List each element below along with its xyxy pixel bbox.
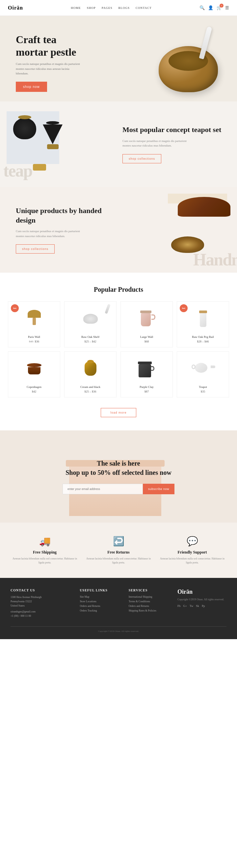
footer-link[interactable]: Site Map bbox=[80, 595, 121, 598]
hero-cta-button[interactable]: shop now bbox=[16, 82, 47, 92]
pestle-mini bbox=[105, 304, 111, 314]
product-name: Cream and black bbox=[68, 385, 112, 389]
footer-address: 1300 Hess Avenue PittsburghPennsylvania … bbox=[10, 595, 72, 608]
product-name: Purple Clay bbox=[125, 385, 169, 389]
footer-link[interactable]: International Shipping bbox=[129, 595, 170, 598]
sale-section: The sale is here Shop up to 50% off sele… bbox=[0, 430, 237, 523]
footer-link[interactable]: Orders Tracking bbox=[80, 609, 121, 612]
nav-icons: 🔍 👤 🛒 0 ☰ bbox=[200, 5, 229, 10]
product-price: $35 bbox=[181, 390, 225, 393]
load-more-wrapper: load more bbox=[8, 405, 229, 417]
product-image bbox=[125, 306, 169, 332]
footer-copyright: Copyright ©2019 Oiran. All rights reserv… bbox=[177, 598, 227, 601]
product-image bbox=[68, 306, 112, 332]
footer-link[interactable]: Store Locations bbox=[80, 600, 121, 603]
footer-contact-title: CONTACT US bbox=[10, 588, 72, 592]
social-gplus[interactable]: G+ bbox=[183, 604, 187, 608]
large-wall-image bbox=[141, 311, 153, 327]
hero-product-image: 03 bbox=[118, 33, 221, 92]
footer-brand-col: Oirān Copyright ©2019 Oiran. All rights … bbox=[177, 588, 227, 618]
teapot-cta-button[interactable]: shop collections bbox=[123, 154, 161, 163]
footer-logo: Oirān bbox=[177, 588, 227, 595]
handed-text-overlay: Handn bbox=[193, 250, 237, 269]
feature-support-title: Friendly Support bbox=[159, 550, 225, 555]
search-icon[interactable]: 🔍 bbox=[200, 5, 205, 10]
purple-clay-image bbox=[139, 362, 155, 376]
handed-design-section: Unique products by handed design Cum soc… bbox=[0, 187, 237, 273]
raw-oak-shelf-image bbox=[83, 314, 98, 324]
product-card[interactable]: Large Wall $68 bbox=[121, 301, 173, 347]
product-price: $28 – $46 bbox=[181, 340, 225, 343]
footer-useful-links: Site Map Store Locations Orders and Retu… bbox=[80, 595, 121, 612]
social-sk[interactable]: Sk bbox=[196, 604, 199, 608]
product-image bbox=[181, 306, 225, 332]
nav-shop[interactable]: SHOP bbox=[87, 6, 96, 9]
menu-icon[interactable]: ☰ bbox=[225, 5, 229, 10]
sale-email-form: subscribe now bbox=[63, 484, 174, 494]
product-image bbox=[12, 355, 56, 382]
nav-home[interactable]: HOME bbox=[71, 6, 81, 9]
products-grid: hot Paris Wall $45$36 Raw Oak Shelf $25 … bbox=[8, 301, 229, 398]
product-name: Raw Oak Shelf bbox=[68, 335, 112, 339]
nav-pages[interactable]: PAGES bbox=[102, 6, 112, 9]
footer-link[interactable]: Shipping Rates & Policies bbox=[129, 609, 170, 612]
nav-contact[interactable]: CONTACT bbox=[136, 6, 152, 9]
handed-description: Cum sociis natoque penatibus et magnis d… bbox=[16, 229, 88, 239]
product-card[interactable]: hot Raw Oak Peg Rail $28 – $46 bbox=[177, 301, 229, 347]
feature-support: 💬 Friendly Support Aenean lacinia bibend… bbox=[156, 536, 229, 565]
teapot-section: teap Most popular concept teapot set Cum… bbox=[0, 101, 237, 187]
product-card[interactable]: Cream and black $25 – $36 bbox=[64, 351, 116, 398]
product-image bbox=[181, 355, 225, 382]
teapot-description: Cum sociis natoque penatibus et magnis d… bbox=[123, 138, 195, 148]
returns-icon: ↩️ bbox=[86, 536, 151, 547]
round-bowl bbox=[171, 237, 204, 253]
feature-returns: ↩️ Free Returns Aenean lacinia bibendum … bbox=[81, 536, 156, 565]
logo[interactable]: Oirān bbox=[8, 5, 23, 11]
product-card[interactable]: hot Paris Wall $45$36 bbox=[8, 301, 60, 347]
teapot-text-overlay: teap bbox=[3, 161, 32, 181]
feature-shipping-title: Free Shipping bbox=[12, 550, 78, 555]
cart-icon[interactable]: 🛒 0 bbox=[216, 5, 222, 10]
product-card[interactable]: Purple Clay $87 bbox=[121, 351, 173, 398]
navigation: Oirān HOME SHOP PAGES BLOGS CONTACT 🔍 👤 … bbox=[0, 0, 237, 16]
load-more-button[interactable]: load more bbox=[101, 408, 136, 417]
product-price: $25 – $42 bbox=[68, 340, 112, 343]
paris-wall-image bbox=[28, 311, 41, 327]
product-label: 03 bbox=[214, 76, 216, 79]
hero-section: Craft tea mortar pestle Cum sociis natoq… bbox=[0, 16, 237, 101]
sale-email-input[interactable] bbox=[63, 484, 143, 494]
popular-products-section: Popular Products hot Paris Wall $45$36 R… bbox=[0, 273, 237, 430]
social-pp[interactable]: Pp bbox=[202, 604, 205, 608]
product-name: Raw Oak Peg Rail bbox=[181, 335, 225, 339]
nav-blogs[interactable]: BLOGS bbox=[118, 6, 130, 9]
product-name: Teapot bbox=[181, 385, 225, 389]
cart-badge: 0 bbox=[219, 4, 224, 7]
footer-link[interactable]: Orders and Returns bbox=[129, 604, 170, 608]
support-icon: 💬 bbox=[159, 536, 225, 547]
footer-phone: +1 (00) - 000 11 00 bbox=[10, 614, 72, 618]
subscribe-button[interactable]: subscribe now bbox=[143, 484, 174, 494]
teapot-funnel-item bbox=[43, 121, 63, 154]
product-price: $45$36 bbox=[12, 340, 56, 343]
footer-bottom-text: Copyright ©2019 Oiran. All rights reserv… bbox=[98, 630, 139, 632]
mortar-bowl-illustration: 03 bbox=[156, 33, 221, 92]
footer-link[interactable]: Terms & Conditions bbox=[129, 600, 170, 603]
social-tw[interactable]: Tw bbox=[190, 604, 193, 608]
feature-shipping-desc: Aenean lacinia bibendum nulla sed consec… bbox=[12, 557, 78, 565]
product-card[interactable]: Copenhagen $42 bbox=[8, 351, 60, 398]
product-card[interactable]: Raw Oak Shelf $25 – $42 bbox=[64, 301, 116, 347]
footer-link[interactable]: Orders and Returns bbox=[80, 604, 121, 608]
product-badge: hot bbox=[11, 304, 19, 312]
user-icon[interactable]: 👤 bbox=[208, 5, 213, 10]
product-image bbox=[12, 306, 56, 332]
hero-description: Cum sociis natoque penatibus et magnis d… bbox=[16, 62, 81, 76]
product-image bbox=[68, 355, 112, 382]
handed-cta-button[interactable]: shop collections bbox=[16, 244, 55, 253]
handed-images: Handn bbox=[130, 187, 237, 273]
product-name: Paris Wall bbox=[12, 335, 56, 339]
social-fb[interactable]: Fb bbox=[177, 604, 181, 608]
hero-text: Craft tea mortar pestle Cum sociis natoq… bbox=[16, 33, 118, 92]
footer-contact-col: CONTACT US 1300 Hess Avenue PittsburghPe… bbox=[10, 588, 72, 618]
product-card[interactable]: Teapot $35 bbox=[177, 351, 229, 398]
product-price: $42 bbox=[12, 390, 56, 393]
